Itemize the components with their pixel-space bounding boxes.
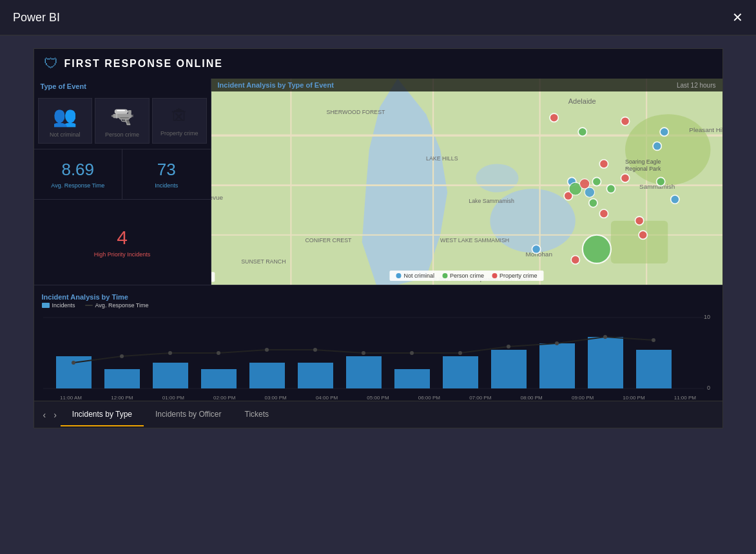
svg-text:Adelaide: Adelaide bbox=[568, 97, 596, 105]
line-dot-1 bbox=[120, 354, 124, 358]
avg-response-stat: 8.69 Avg. Response Time bbox=[34, 149, 123, 199]
svg-point-28 bbox=[621, 174, 629, 182]
card-not-criminal[interactable]: 👥 Not criminal bbox=[38, 98, 93, 144]
line-dot-11 bbox=[603, 335, 607, 339]
legend-not-criminal: Not criminal bbox=[396, 272, 434, 279]
svg-text:Pleasant Hill: Pleasant Hill bbox=[689, 126, 722, 133]
bar-chart-svg: 10 0 bbox=[42, 311, 715, 395]
legend-label-not-criminal: Not criminal bbox=[403, 272, 434, 279]
bar-12 bbox=[636, 350, 672, 388]
app-title: Power BI bbox=[13, 11, 60, 24]
line-legend-indicator bbox=[85, 305, 93, 306]
svg-point-25 bbox=[550, 113, 558, 122]
x-label-11: 10:00 PM bbox=[610, 395, 658, 401]
tab-prev-button[interactable]: ‹ bbox=[39, 407, 50, 423]
not-criminal-label: Not criminal bbox=[50, 131, 81, 138]
svg-point-37 bbox=[588, 198, 597, 207]
svg-point-10 bbox=[625, 114, 710, 185]
legend-label-property-crime: Property crime bbox=[499, 272, 538, 279]
x-label-4: 03:00 PM bbox=[251, 395, 300, 401]
legend-dot-person-crime bbox=[442, 273, 447, 278]
line-dot-10 bbox=[555, 341, 559, 345]
chart-legend: Incidents Avg. Response Time bbox=[42, 302, 715, 309]
tab-incidents-by-officer[interactable]: Incidents by Officer bbox=[144, 403, 233, 426]
svg-point-31 bbox=[635, 216, 643, 225]
stats-grid: 8.69 Avg. Response Time 73 Incidents bbox=[34, 149, 211, 200]
bar-chart-container: 10 0 bbox=[42, 311, 715, 395]
bar-3 bbox=[201, 369, 237, 388]
map-subtitle: Last 12 hours bbox=[677, 82, 716, 89]
svg-rect-11 bbox=[610, 221, 667, 263]
bar-1 bbox=[104, 369, 140, 388]
people-icon: 👥 bbox=[53, 105, 77, 128]
svg-point-42 bbox=[653, 142, 661, 150]
avg-response-label: Avg. Response Time bbox=[51, 182, 104, 189]
property-icon: 🏚 bbox=[171, 106, 188, 126]
card-property-crime[interactable]: 🏚 Property crime bbox=[152, 98, 207, 144]
x-label-7: 06:00 PM bbox=[405, 395, 453, 401]
gun-icon: 🔫 bbox=[110, 105, 134, 128]
svg-point-34 bbox=[578, 128, 586, 136]
card-person-crime[interactable]: 🔫 Person crime bbox=[95, 98, 150, 144]
svg-point-33 bbox=[571, 256, 579, 264]
line-dot-0 bbox=[72, 361, 75, 365]
tab-tickets[interactable]: Tickets bbox=[233, 403, 281, 426]
line-dot-9 bbox=[507, 345, 510, 349]
tabs-bar: ‹ › Incidents by Type Incidents by Offic… bbox=[34, 401, 722, 428]
x-label-12: 11:00 PM bbox=[661, 395, 709, 401]
top-section: Type of Event 👥 Not criminal 🔫 Person cr… bbox=[34, 79, 722, 285]
bar-6 bbox=[346, 356, 382, 388]
bar-11 bbox=[588, 337, 623, 388]
close-button[interactable]: ✕ bbox=[732, 10, 743, 25]
line-dot-12 bbox=[652, 338, 655, 342]
svg-point-43 bbox=[670, 195, 679, 204]
line-dot-2 bbox=[168, 351, 172, 355]
svg-point-36 bbox=[606, 184, 615, 193]
svg-point-26 bbox=[621, 117, 629, 126]
line-dot-5 bbox=[313, 348, 317, 352]
svg-text:SHERWOOD FOREST: SHERWOOD FOREST bbox=[326, 109, 385, 115]
event-type-cards: 👥 Not criminal 🔫 Person crime 🏚 Property… bbox=[34, 93, 211, 149]
svg-text:WEST LAKE SAMMAMISH: WEST LAKE SAMMAMISH bbox=[440, 237, 509, 244]
x-label-10: 09:00 PM bbox=[559, 395, 607, 401]
avg-response-value: 8.69 bbox=[61, 160, 94, 180]
svg-point-41 bbox=[660, 128, 668, 136]
legend-dot-property-crime bbox=[492, 273, 497, 278]
bar-9 bbox=[491, 350, 527, 388]
svg-text:SUNSET RANCH: SUNSET RANCH bbox=[241, 258, 286, 265]
svg-text:Soaring Eagle: Soaring Eagle bbox=[625, 158, 661, 165]
x-label-9: 08:00 PM bbox=[507, 395, 556, 401]
x-label-5: 04:00 PM bbox=[303, 395, 351, 401]
svg-text:LAKE HILLS: LAKE HILLS bbox=[426, 155, 458, 162]
svg-point-47 bbox=[585, 187, 594, 197]
incidents-label: Incidents bbox=[155, 182, 178, 189]
svg-point-39 bbox=[582, 235, 610, 263]
person-crime-label: Person crime bbox=[105, 131, 139, 138]
svg-text:Bellevue: Bellevue bbox=[211, 194, 223, 201]
svg-rect-48 bbox=[211, 272, 215, 282]
dashboard-title: FIRST RESPONSE ONLINE bbox=[64, 58, 223, 70]
chart-title: Incident Analysis by Time bbox=[42, 293, 129, 301]
svg-text:Lake Sammamish: Lake Sammamish bbox=[469, 198, 514, 204]
top-bar: Power BI ✕ bbox=[0, 0, 756, 35]
legend-property-crime: Property crime bbox=[492, 272, 538, 279]
bar-4 bbox=[249, 363, 285, 388]
svg-point-38 bbox=[656, 177, 664, 186]
legend-label-person-crime: Person crime bbox=[450, 272, 484, 279]
tab-incidents-by-type[interactable]: Incidents by Type bbox=[61, 403, 144, 426]
event-type-title: Type of Event bbox=[34, 79, 211, 93]
dashboard: 🛡 FIRST RESPONSE ONLINE Type of Event 👥 … bbox=[34, 48, 723, 428]
tab-next-button[interactable]: › bbox=[50, 407, 61, 423]
svg-point-2 bbox=[476, 164, 518, 192]
svg-point-27 bbox=[599, 160, 608, 168]
dashboard-header: 🛡 FIRST RESPONSE ONLINE bbox=[34, 49, 722, 79]
property-crime-label: Property crime bbox=[160, 130, 199, 137]
map-legend: Not criminal Person crime Property crime bbox=[389, 271, 543, 281]
svg-text:Regional Park: Regional Park bbox=[625, 166, 661, 172]
map-svg: Adelaide Bellevue Monohan Sammamish Plea… bbox=[211, 79, 722, 285]
legend-person-crime: Person crime bbox=[442, 272, 484, 279]
left-panel: Type of Event 👥 Not criminal 🔫 Person cr… bbox=[34, 79, 211, 285]
chart-legend-avg-label: Avg. Response Time bbox=[95, 302, 149, 309]
bar-10 bbox=[539, 343, 575, 388]
priority-label: High Priority Incidents bbox=[94, 251, 151, 258]
